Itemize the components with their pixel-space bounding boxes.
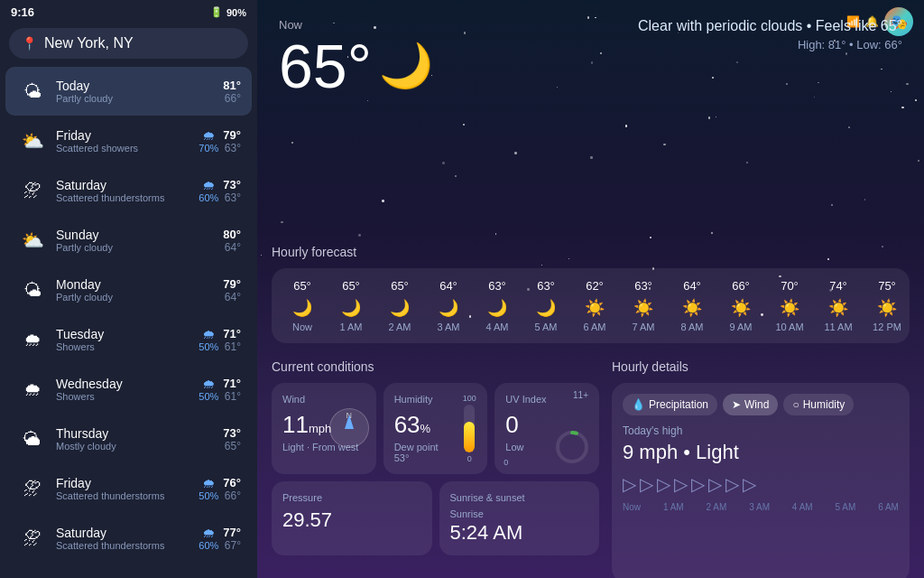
details-stat-value: 9 mph • Light (623, 441, 899, 464)
day-precip: 🌧50% (194, 476, 223, 501)
hour-item-1: 65° 🌙 1 AM (328, 279, 374, 332)
day-item-thursday-7[interactable]: 🌥 Thursday Mostly cloudy 73° 65° (5, 415, 252, 463)
wind-arrow-3: ▷ (657, 473, 670, 495)
day-name: Thursday (56, 426, 194, 441)
day-high: 71° (223, 377, 241, 390)
hour-icon: 🌙 (341, 298, 361, 318)
tab-icon: ➤ (732, 398, 741, 411)
timeline-label-0: Now (623, 502, 641, 512)
uv-zero: 0 (504, 458, 508, 467)
day-low: 64° (223, 241, 241, 254)
hour-icon: 🌙 (487, 298, 507, 318)
hour-label: 12 PM (873, 322, 901, 332)
tab-label: Wind (744, 398, 769, 411)
day-desc: Partly cloudy (56, 242, 194, 253)
day-desc: Showers (56, 391, 194, 402)
day-item-friday-1[interactable]: ⛅ Friday Scattered showers 🌧70% 79° 63° (5, 117, 252, 165)
day-low: 65° (223, 440, 241, 452)
day-desc: Scattered thunderstorms (56, 540, 194, 551)
day-item-tuesday-5[interactable]: 🌧 Tuesday Showers 🌧50% 71° 61° (5, 315, 252, 364)
conditions-grid: Wind 11mph Light · From west N (272, 383, 599, 474)
hour-temp: 63° (634, 279, 652, 293)
timeline-label-6: 6 AM (878, 502, 899, 512)
star (864, 199, 865, 200)
day-low: 64° (223, 291, 241, 303)
battery-icon: 🔋 (210, 6, 223, 18)
tab-label: Humidity (803, 398, 845, 411)
day-name: Saturday (56, 178, 194, 192)
hour-item-9: 66° ☀️ 9 AM (717, 279, 764, 332)
hour-temp: 75° (878, 279, 896, 293)
day-desc: Scattered thunderstorms (56, 192, 194, 203)
pressure-title: Pressure (282, 492, 421, 503)
day-item-saturday-2[interactable]: ⛈ Saturday Scattered thunderstorms 🌧60% … (5, 166, 252, 215)
svg-point-0 (558, 433, 587, 461)
day-icon: 🌤 (16, 75, 49, 107)
day-name: Friday (56, 476, 194, 490)
day-high: 81° (223, 79, 241, 92)
hour-temp: 65° (293, 279, 311, 293)
hour-item-6: 62° ☀️ 6 AM (571, 279, 618, 332)
star (358, 234, 361, 237)
star (716, 117, 716, 117)
hour-icon: ☀️ (731, 298, 751, 318)
star (831, 204, 833, 206)
right-col: Hourly details 💧Precipitation➤Wind○Humid… (612, 356, 910, 555)
day-item-sunday-3[interactable]: ⛅ Sunday Partly cloudy 80° 64° (5, 216, 252, 265)
left-col: Current conditions Wind 11mph Light · Fr… (272, 356, 599, 555)
wind-arrow-7: ▷ (725, 473, 739, 495)
hour-temp: 70° (781, 279, 799, 293)
day-high: 77° (223, 526, 241, 539)
timeline-label-2: 2 AM (707, 502, 727, 512)
hourly-scroll: 65° 🌙 Now 65° 🌙 1 AM 65° 🌙 2 AM 64° 🌙 3 … (279, 279, 902, 332)
day-icon: ⛈ (16, 174, 49, 207)
bottom-cards: Pressure 29.57 Sunrise & sunset Sunrise … (272, 481, 599, 555)
details-tab-humidity[interactable]: ○Humidity (783, 394, 854, 415)
hour-label: 10 AM (775, 322, 803, 332)
day-low: 66° (223, 489, 241, 502)
location-bar[interactable]: 📍 New York, NY (9, 28, 248, 59)
day-desc: Scattered showers (56, 143, 194, 154)
wind-title: Wind (282, 394, 365, 405)
day-item-monday-4[interactable]: 🌤 Monday Partly cloudy 79° 64° (5, 266, 252, 314)
main-panel: 📶 🔔 🎭 Now 65° 🌙 Clear with periodic clou… (257, 0, 924, 578)
conditions-main: Clear with periodic clouds • Feels like … (638, 18, 902, 34)
day-low: 61° (223, 340, 241, 353)
hour-label: 9 AM (729, 322, 752, 332)
star (590, 156, 593, 159)
hour-label: 5 AM (534, 322, 557, 332)
star (711, 232, 712, 233)
wind-arrows: ▷ ▷ ▷ ▷ ▷ ▷ ▷ ▷ (623, 473, 899, 495)
hour-temp: 65° (342, 279, 360, 293)
details-tab-precipitation[interactable]: 💧Precipitation (623, 394, 717, 415)
day-item-friday-8[interactable]: ⛈ Friday Scattered thunderstorms 🌧50% 76… (5, 464, 252, 513)
hour-label: 4 AM (485, 322, 508, 332)
hour-icon: 🌙 (439, 298, 458, 318)
day-icon: ⛅ (16, 224, 49, 256)
day-icon: 🌧 (16, 323, 49, 356)
hour-item-7: 63° ☀️ 7 AM (620, 279, 667, 332)
hour-icon: ☀️ (682, 298, 702, 318)
wind-arrow-2: ▷ (640, 473, 653, 495)
hour-item-8: 64° ☀️ 8 AM (669, 279, 716, 332)
day-item-wednesday-6[interactable]: 🌧 Wednesday Showers 🌧50% 71° 61° (5, 365, 252, 414)
day-item-saturday-9[interactable]: ⛈ Saturday Scattered thunderstorms 🌧60% … (5, 514, 252, 563)
star (708, 117, 711, 119)
wind-compass: N (329, 408, 369, 448)
star (382, 200, 384, 202)
star (663, 144, 666, 146)
day-name: Friday (56, 128, 194, 143)
day-desc: Showers (56, 341, 194, 352)
day-icon: ⛈ (16, 472, 49, 505)
wind-arrow-1: ▷ (623, 473, 636, 495)
hour-icon: ☀️ (877, 298, 897, 318)
high-low: High: 81° • Low: 66° (638, 38, 902, 51)
day-item-today-0[interactable]: 🌤 Today Partly cloudy 81° 66° (5, 67, 252, 116)
day-desc: Partly cloudy (56, 292, 194, 303)
hour-temp: 63° (488, 279, 506, 293)
pressure-card: Pressure 29.57 (272, 481, 432, 555)
details-tab-wind[interactable]: ➤Wind (723, 394, 778, 415)
wind-arrow-8: ▷ (743, 473, 756, 495)
day-low: 67° (223, 539, 241, 552)
hour-item-12: 75° ☀️ 12 PM (864, 279, 902, 332)
